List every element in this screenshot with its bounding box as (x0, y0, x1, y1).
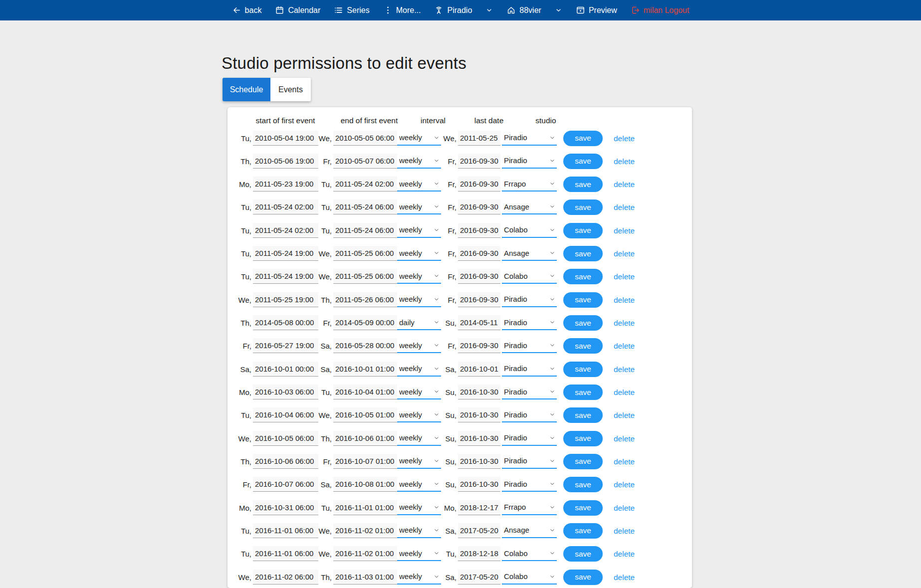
studio-select[interactable]: Piradio (502, 154, 557, 169)
studio-select[interactable]: Piradio (502, 131, 557, 146)
logout-button[interactable]: milan Logout (631, 5, 690, 15)
end-input[interactable] (333, 199, 398, 214)
delete-link[interactable]: delete (614, 546, 635, 562)
last-date-input[interactable] (458, 131, 500, 146)
delete-link[interactable]: delete (614, 338, 635, 354)
studio-select[interactable]: Piradio (502, 338, 557, 353)
tab-events[interactable]: Events (270, 78, 311, 101)
delete-link[interactable]: delete (614, 454, 635, 469)
last-date-input[interactable] (458, 362, 500, 377)
delete-link[interactable]: delete (614, 500, 635, 516)
delete-link[interactable]: delete (614, 246, 635, 261)
end-input[interactable] (333, 269, 398, 284)
delete-link[interactable]: delete (614, 431, 635, 446)
delete-link[interactable]: delete (614, 131, 635, 146)
save-button[interactable]: save (563, 500, 603, 516)
studio-select[interactable]: Piradio (502, 315, 557, 330)
last-date-input[interactable] (458, 431, 500, 446)
save-button[interactable]: save (563, 431, 603, 446)
save-button[interactable]: save (563, 292, 603, 308)
tab-schedule[interactable]: Schedule (223, 78, 270, 101)
last-date-input[interactable] (458, 177, 500, 192)
studio-select[interactable]: Piradio (502, 431, 557, 446)
studio-select[interactable]: Frrapo (502, 500, 557, 515)
last-date-input[interactable] (458, 223, 500, 238)
delete-link[interactable]: delete (614, 223, 635, 238)
end-input[interactable] (333, 477, 398, 492)
studio-select[interactable]: Ansage (502, 199, 557, 214)
delete-link[interactable]: delete (614, 570, 635, 585)
nav-item-calendar[interactable]: Calendar (275, 5, 320, 15)
delete-link[interactable]: delete (614, 199, 635, 215)
save-button[interactable]: save (563, 199, 603, 215)
end-input[interactable] (333, 523, 398, 538)
delete-link[interactable]: delete (614, 407, 635, 423)
last-date-input[interactable] (458, 523, 500, 538)
save-button[interactable]: save (563, 523, 603, 539)
last-date-input[interactable] (458, 570, 500, 585)
studio-select[interactable]: Piradio (502, 407, 557, 422)
delete-link[interactable]: delete (614, 523, 635, 539)
end-input[interactable] (333, 454, 398, 469)
last-date-input[interactable] (458, 407, 500, 422)
save-button[interactable]: save (563, 546, 603, 562)
save-button[interactable]: save (563, 338, 603, 354)
studio-select[interactable]: Piradio (502, 362, 557, 377)
end-input[interactable] (333, 223, 398, 238)
end-input[interactable] (333, 500, 398, 515)
end-input[interactable] (333, 385, 398, 399)
last-date-input[interactable] (458, 338, 500, 353)
studio-select[interactable]: Ansage (502, 246, 557, 261)
save-button[interactable]: save (563, 223, 603, 238)
end-input[interactable] (333, 431, 398, 446)
save-button[interactable]: save (563, 570, 603, 585)
end-input[interactable] (333, 570, 398, 585)
save-button[interactable]: save (563, 177, 603, 192)
save-button[interactable]: save (563, 477, 603, 492)
last-date-input[interactable] (458, 385, 500, 399)
studio-select[interactable]: Colabo (502, 269, 557, 284)
delete-link[interactable]: delete (614, 315, 635, 331)
last-date-input[interactable] (458, 154, 500, 169)
end-input[interactable] (333, 131, 398, 146)
studio-select[interactable]: Piradio (502, 454, 557, 469)
studio-select[interactable]: Colabo (502, 546, 557, 561)
end-input[interactable] (333, 338, 398, 353)
preview-button[interactable]: Preview (576, 5, 617, 15)
end-input[interactable] (333, 246, 398, 261)
last-date-input[interactable] (458, 269, 500, 284)
last-date-input[interactable] (458, 199, 500, 214)
nav-item-88vier[interactable]: 88vier (506, 5, 541, 15)
save-button[interactable]: save (563, 315, 603, 331)
nav-item-more[interactable]: More... (383, 5, 421, 15)
delete-link[interactable]: delete (614, 177, 635, 192)
nav-item-series[interactable]: Series (334, 5, 369, 15)
last-date-input[interactable] (458, 292, 500, 307)
last-date-input[interactable] (458, 500, 500, 515)
last-date-input[interactable] (458, 546, 500, 561)
delete-link[interactable]: delete (614, 477, 635, 492)
save-button[interactable]: save (563, 131, 603, 146)
studio-select[interactable]: Colabo (502, 570, 557, 585)
studio-select[interactable]: Colabo (502, 223, 557, 238)
delete-link[interactable]: delete (614, 154, 635, 169)
station-dropdown-toggle[interactable] (555, 6, 562, 14)
studio-select[interactable]: Piradio (502, 385, 557, 399)
save-button[interactable]: save (563, 269, 603, 284)
save-button[interactable]: save (563, 154, 603, 169)
save-button[interactable]: save (563, 362, 603, 377)
save-button[interactable]: save (563, 385, 603, 400)
last-date-input[interactable] (458, 246, 500, 261)
end-input[interactable] (333, 546, 398, 561)
save-button[interactable]: save (563, 246, 603, 261)
studio-select[interactable]: Ansage (502, 523, 557, 538)
studio-select[interactable]: Piradio (502, 477, 557, 492)
save-button[interactable]: save (563, 407, 603, 423)
delete-link[interactable]: delete (614, 385, 635, 400)
piradio-dropdown-toggle[interactable] (485, 6, 493, 14)
end-input[interactable] (333, 407, 398, 422)
end-input[interactable] (333, 177, 398, 192)
last-date-input[interactable] (458, 454, 500, 469)
end-input[interactable] (333, 315, 398, 330)
studio-select[interactable]: Frrapo (502, 177, 557, 192)
